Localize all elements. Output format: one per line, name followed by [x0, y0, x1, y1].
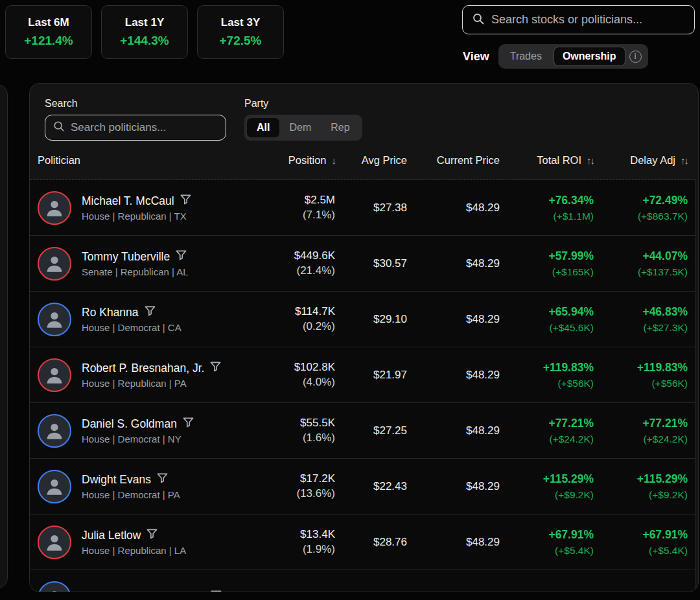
filter-funnel-icon[interactable]	[211, 590, 222, 593]
delay-amount: (+$27.3K)	[594, 322, 688, 334]
avatar	[38, 358, 71, 392]
politician-name[interactable]: Ro Khanna	[82, 306, 139, 319]
roi-amount: (+$45.6K)	[500, 322, 594, 334]
position-cell: $55.5K (1.6%)	[275, 417, 335, 444]
global-search-input[interactable]	[491, 13, 685, 27]
col-delay-adj[interactable]: Delay Adj ↑↓	[594, 154, 695, 167]
ownership-table: Politician Position ↓ Avg Price Current …	[30, 141, 695, 592]
avg-price-cell: $21.97	[335, 369, 407, 382]
total-roi-cell: +67.91% (+$5.4K)	[500, 528, 594, 557]
politician-name[interactable]: Robert P. Bresnahan, Jr.	[82, 362, 204, 375]
col-total-roi[interactable]: Total ROI ↑↓	[500, 154, 594, 167]
politician-meta: House | Democrat | NY	[82, 433, 194, 444]
politician-search-input[interactable]	[71, 121, 218, 134]
delay-percent: +119.83%	[594, 361, 688, 375]
delay-adj-cell: +119.83% (+$56K)	[594, 361, 695, 389]
table-row[interactable]: Robert P. Bresnahan, Jr. House | Republi…	[30, 347, 695, 403]
delay-adj-cell: +67.91% (+$5.4K)	[594, 528, 695, 557]
politician-name[interactable]: Dwight Evans	[82, 473, 151, 487]
info-icon[interactable]: i	[629, 51, 642, 63]
col-avg-price: Avg Price	[335, 154, 407, 167]
politician-name[interactable]: Michael T. McCaul	[82, 194, 174, 208]
avatar	[38, 191, 71, 225]
table-row[interactable]: Daniel S. Goldman House | Democrat | NY …	[30, 403, 695, 459]
position-percent: (13.6%)	[275, 487, 335, 500]
filter-funnel-icon[interactable]	[210, 362, 221, 375]
politician-cell: Ro Khanna House | Democrat | CA	[30, 303, 275, 336]
stat-label: Last 1Y	[125, 16, 164, 29]
filter-funnel-icon[interactable]	[180, 194, 191, 207]
total-roi-cell: +57.99% (+$165K)	[500, 249, 594, 278]
table-row[interactable]: Dwight Evans House | Democrat | PA $17.2…	[30, 459, 695, 514]
stat-card-3y[interactable]: Last 3Y +72.5%	[197, 5, 284, 59]
politician-name[interactable]: Gilbert Ray Cisneros, Jr.	[82, 590, 205, 592]
search-label: Search	[45, 98, 226, 110]
roi-amount: (+$24.2K)	[500, 433, 594, 445]
politician-name[interactable]: Daniel S. Goldman	[82, 417, 177, 431]
sort-both-icon: ↑↓	[681, 155, 688, 166]
table-row[interactable]: Tommy Tuberville Senate | Republican | A…	[30, 236, 695, 292]
table-row[interactable]: Michael T. McCaul House | Republican | T…	[30, 180, 695, 236]
delay-amount: (+$5.4K)	[594, 545, 688, 557]
col-position[interactable]: Position ↓	[275, 154, 335, 167]
total-roi-cell: +77.21% (+$24.2K)	[500, 417, 594, 445]
party-option-dem[interactable]: Dem	[279, 118, 321, 137]
delay-amount: (+$9.2K)	[594, 489, 688, 501]
filter-funnel-icon[interactable]	[146, 529, 158, 542]
delay-percent: +72.49%	[594, 194, 688, 207]
position-percent: (21.4%)	[275, 264, 335, 277]
delay-amount: (+$56K)	[594, 378, 688, 389]
politician-meta: House | Republican | TX	[82, 211, 191, 222]
politician-search[interactable]	[45, 115, 226, 141]
view-option-trades[interactable]: Trades	[501, 47, 551, 65]
position-cell: $102.8K (4.0%)	[275, 361, 335, 389]
politician-cell: Gilbert Ray Cisneros, Jr.	[30, 581, 275, 593]
view-option-ownership[interactable]: Ownership	[554, 47, 625, 66]
politician-name[interactable]: Tommy Tuberville	[82, 250, 170, 264]
filter-funnel-icon[interactable]	[157, 473, 168, 486]
delay-adj-cell: +72.49% (+$863.7K)	[594, 194, 695, 222]
table-row[interactable]: Julia Letlow House | Republican | LA $13…	[30, 514, 695, 570]
delay-percent: +40.66%	[594, 590, 688, 593]
party-option-rep[interactable]: Rep	[321, 118, 359, 137]
filter-funnel-icon[interactable]	[145, 306, 156, 319]
delay-adj-cell: +115.29% (+$9.2K)	[594, 472, 695, 501]
delay-adj-cell: +46.83% (+$27.3K)	[594, 305, 695, 334]
roi-amount: (+$165K)	[500, 266, 594, 278]
position-percent: (1.9%)	[275, 543, 335, 556]
global-search[interactable]	[462, 5, 695, 34]
avg-price-cell: $22.43	[335, 480, 407, 493]
roi-percent: +115.29%	[500, 472, 594, 486]
position-value: $13.4K	[275, 528, 335, 541]
stat-card-6m[interactable]: Last 6M +121.4%	[5, 5, 92, 59]
search-icon	[53, 121, 65, 135]
filter-funnel-icon[interactable]	[183, 417, 194, 430]
avatar	[38, 525, 71, 559]
total-roi-cell: +115.29% (+$9.2K)	[500, 472, 594, 501]
avg-price-cell: $30.57	[335, 257, 407, 270]
stat-value: +121.4%	[24, 34, 73, 48]
position-cell: $17.2K (13.6%)	[275, 472, 335, 500]
table-row[interactable]: Gilbert Ray Cisneros, Jr. $11.3K +40.66%…	[30, 570, 695, 592]
table-row[interactable]: Ro Khanna House | Democrat | CA $114.7K …	[30, 292, 695, 347]
roi-amount: (+$56K)	[500, 378, 594, 389]
stat-label: Last 3Y	[221, 16, 260, 29]
table-rows: Michael T. McCaul House | Republican | T…	[30, 180, 695, 592]
view-toggle-row: View Trades Ownership i	[463, 44, 648, 69]
delay-percent: +77.21%	[594, 417, 688, 430]
politician-name[interactable]: Julia Letlow	[82, 529, 141, 542]
delay-amount: (+$137.5K)	[594, 266, 688, 278]
politician-cell: Michael T. McCaul House | Republican | T…	[30, 191, 275, 225]
panel-controls: Search Party All Dem Rep	[30, 84, 698, 141]
filter-funnel-icon[interactable]	[176, 250, 187, 263]
position-percent: (0.2%)	[275, 320, 335, 333]
table-header: Politician Position ↓ Avg Price Current …	[30, 141, 695, 180]
stat-card-1y[interactable]: Last 1Y +144.3%	[101, 5, 188, 59]
position-value: $17.2K	[275, 472, 335, 485]
roi-percent: +119.83%	[500, 361, 594, 375]
avg-price-cell: $27.38	[335, 202, 407, 214]
party-option-all[interactable]: All	[247, 118, 279, 137]
delay-percent: +44.07%	[594, 249, 688, 263]
roi-percent: +65.94%	[500, 305, 594, 319]
current-price-cell: $48.29	[407, 424, 500, 437]
